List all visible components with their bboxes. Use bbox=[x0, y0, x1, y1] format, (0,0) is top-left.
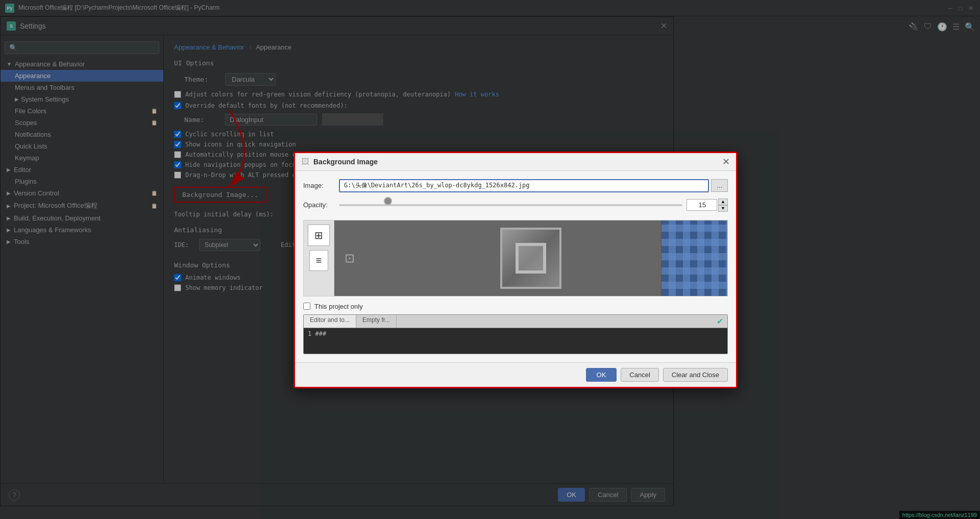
opacity-up-btn[interactable]: ▲ bbox=[718, 199, 728, 205]
editor-tab-editor[interactable]: Editor and to... bbox=[304, 315, 356, 328]
opacity-down-btn[interactable]: ▼ bbox=[718, 205, 728, 212]
preview-canvas: ⊡ bbox=[334, 220, 727, 296]
preview-image-box bbox=[500, 228, 561, 289]
tile-vertical-btn[interactable]: ⊞ bbox=[308, 225, 330, 246]
tile-horizontal-btn[interactable]: ≡ bbox=[309, 250, 329, 271]
background-image-modal: 🖼 Background Image ✕ Image: ... Opacity: bbox=[293, 152, 738, 388]
editor-section: Editor and to... Empty fr... ✔ 1 ### bbox=[303, 314, 728, 354]
image-row: Image: ... bbox=[303, 179, 728, 192]
editor-tab-empty[interactable]: Empty fr... bbox=[356, 315, 397, 328]
editor-content: 1 ### bbox=[304, 328, 727, 354]
modal-ok-btn[interactable]: OK bbox=[586, 368, 617, 382]
modal-overlay: 🖼 Background Image ✕ Image: ... Opacity: bbox=[0, 0, 980, 519]
opacity-slider-container bbox=[339, 200, 682, 210]
preview-area: ⊞ ≡ ⊡ bbox=[303, 220, 728, 296]
opacity-number-input[interactable] bbox=[687, 199, 717, 211]
this-project-row: This project only bbox=[303, 303, 728, 310]
modal-close-btn[interactable]: ✕ bbox=[722, 157, 730, 166]
watermark: https://blog.csdn.net/lanz1199 bbox=[899, 511, 980, 519]
browse-btn[interactable]: ... bbox=[711, 179, 728, 192]
modal-header: 🖼 Background Image ✕ bbox=[295, 153, 736, 171]
modal-title: Background Image bbox=[313, 158, 722, 166]
modal-footer: OK Cancel Clear and Close bbox=[295, 362, 736, 387]
editor-tabs: Editor and to... Empty fr... ✔ bbox=[304, 315, 727, 328]
this-project-label: This project only bbox=[314, 303, 363, 310]
modal-clear-close-btn[interactable]: Clear and Close bbox=[663, 368, 728, 382]
modal-body: Image: ... Opacity: ▲ ▼ bbox=[295, 171, 736, 362]
opacity-track bbox=[339, 204, 682, 206]
opacity-label: Opacity: bbox=[303, 201, 339, 209]
tiled-preview bbox=[661, 220, 727, 296]
modal-icon: 🖼 bbox=[301, 157, 309, 166]
this-project-checkbox[interactable] bbox=[303, 303, 310, 310]
preview-options-left: ⊞ ≡ bbox=[304, 220, 334, 296]
image-label: Image: bbox=[303, 182, 339, 189]
checkmark: ✔ bbox=[713, 315, 727, 328]
image-path-input[interactable] bbox=[339, 179, 709, 192]
modal-cancel-btn[interactable]: Cancel bbox=[621, 368, 658, 382]
opacity-row: Opacity: ▲ ▼ bbox=[303, 199, 728, 212]
opacity-thumb[interactable] bbox=[384, 197, 392, 205]
center-icon: ⊡ bbox=[345, 251, 355, 265]
